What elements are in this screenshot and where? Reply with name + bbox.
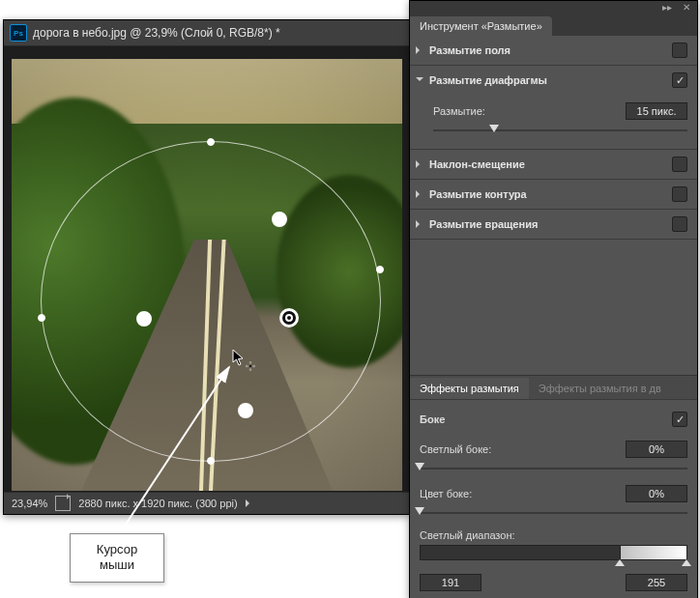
collapse-icon[interactable]: ▸▸	[660, 3, 674, 13]
section-field-blur: Размытие поля	[410, 36, 697, 66]
tilt-shift-checkbox[interactable]	[672, 157, 687, 172]
effects-body: Боке Светлый боке: 0% Цвет боке: 0%	[410, 399, 697, 598]
spin-blur-checkbox[interactable]	[672, 216, 687, 232]
document-window: Ps дорога в небо.jpg @ 23,9% (Слой 0, RG…	[3, 19, 411, 515]
chevron-right-icon[interactable]	[246, 499, 253, 507]
iris-blur-checkbox[interactable]	[672, 72, 687, 88]
bokeh-checkbox[interactable]	[672, 412, 687, 427]
color-bokeh-slider[interactable]	[420, 506, 687, 520]
section-spin-blur: Размытие вращения	[410, 210, 697, 240]
status-bar: 23,94% 2880 пикс. x 1920 пикс. (300 ppi)	[4, 492, 410, 514]
section-tilt-shift-header[interactable]: Наклон-смещение	[410, 150, 697, 179]
close-icon[interactable]: ✕	[680, 3, 693, 13]
chevron-right-icon	[416, 160, 423, 168]
chevron-down-icon	[416, 77, 423, 85]
chevron-right-icon	[416, 220, 423, 228]
document-title: дорога в небо.jpg @ 23,9% (Слой 0, RGB/8…	[33, 26, 280, 40]
effects-tabs: Эффекты размытия Эффекты размытия в дв	[410, 375, 697, 399]
range-max-value[interactable]: 255	[626, 574, 687, 591]
range-thumb-max[interactable]	[682, 555, 691, 566]
panel-tabs: Инструмент «Размытие»	[410, 15, 697, 37]
blur-amount-label: Размытие:	[433, 105, 485, 117]
tab-motion-effects[interactable]: Эффекты размытия в дв	[529, 378, 671, 399]
export-icon[interactable]	[55, 496, 71, 511]
section-path-blur-title: Размытие контура	[429, 188, 666, 200]
field-blur-checkbox[interactable]	[672, 43, 687, 58]
bokeh-title: Боке	[420, 413, 445, 425]
section-spin-blur-title: Размытие вращения	[429, 218, 666, 230]
section-iris-blur-title: Размытие диафрагмы	[429, 74, 666, 86]
section-field-blur-title: Размытие поля	[429, 44, 666, 56]
slider-thumb[interactable]	[489, 125, 499, 137]
section-path-blur: Размытие контура	[410, 180, 697, 210]
tab-blur-effects[interactable]: Эффекты размытия	[410, 378, 529, 399]
zoom-value[interactable]: 23,94%	[12, 498, 47, 509]
range-min-value[interactable]: 191	[420, 574, 481, 591]
blur-amount-value[interactable]: 15 пикс.	[626, 102, 687, 120]
light-bokeh-value[interactable]: 0%	[626, 441, 687, 458]
light-range-label: Светлый диапазон:	[420, 529, 515, 541]
section-iris-blur-header[interactable]: Размытие диафрагмы	[410, 66, 697, 95]
mouse-cursor-icon	[232, 349, 246, 366]
ps-app-icon: Ps	[10, 24, 27, 42]
light-bokeh-slider[interactable]	[420, 462, 687, 475]
section-iris-blur-body: Размытие: 15 пикс.	[410, 95, 697, 149]
color-bokeh-value[interactable]: 0%	[626, 485, 687, 502]
range-thumb-min[interactable]	[615, 555, 625, 566]
document-titlebar[interactable]: Ps дорога в небо.jpg @ 23,9% (Слой 0, RG…	[4, 20, 410, 46]
callout-line1: Курсор	[97, 542, 137, 556]
section-iris-blur: Размытие диафрагмы Размытие: 15 пикс.	[410, 66, 697, 150]
canvas[interactable]	[12, 59, 402, 491]
cursor-move-subicon	[246, 361, 255, 371]
panel-window-controls: ▸▸ ✕	[410, 1, 697, 15]
image-content	[12, 59, 402, 491]
tab-blur-tools[interactable]: Инструмент «Размытие»	[410, 16, 552, 36]
blur-amount-slider[interactable]	[433, 124, 687, 137]
chevron-right-icon	[416, 190, 423, 198]
callout-line2: мыши	[100, 557, 134, 572]
section-path-blur-header[interactable]: Размытие контура	[410, 180, 697, 209]
chevron-right-icon	[416, 46, 423, 54]
blur-tools-panel: ▸▸ ✕ Инструмент «Размытие» Размытие поля…	[409, 0, 698, 598]
light-bokeh-label: Светлый боке:	[420, 443, 491, 455]
section-spin-blur-header[interactable]: Размытие вращения	[410, 210, 697, 239]
light-range-gradient[interactable]	[420, 545, 687, 560]
color-bokeh-label: Цвет боке:	[420, 488, 472, 499]
section-tilt-shift: Наклон-смещение	[410, 150, 697, 180]
callout-label: Курсор мыши	[70, 533, 164, 583]
slider-thumb[interactable]	[415, 507, 424, 520]
doc-dimensions: 2880 пикс. x 1920 пикс. (300 ppi)	[78, 498, 237, 509]
section-field-blur-header[interactable]: Размытие поля	[410, 36, 697, 65]
svg-point-0	[249, 365, 251, 367]
path-blur-checkbox[interactable]	[672, 186, 687, 202]
section-tilt-shift-title: Наклон-смещение	[429, 158, 666, 170]
slider-thumb[interactable]	[415, 463, 424, 475]
